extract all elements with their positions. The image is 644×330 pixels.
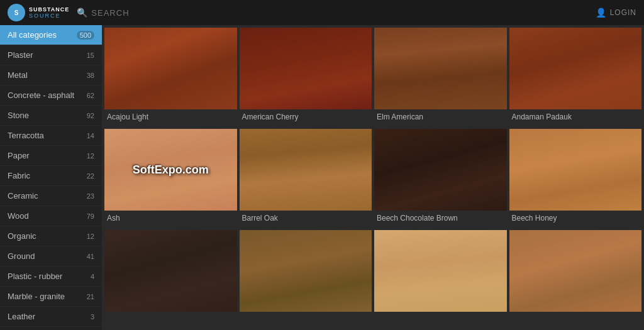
app-header: S SUBSTANCE SOURCE 🔍 👤 LOGIN [0, 0, 644, 25]
sidebar-item-concrete---asphalt[interactable]: Concrete - asphalt62 [0, 85, 102, 106]
sidebar-item-count: 4 [91, 273, 94, 280]
grid-item[interactable] [509, 230, 642, 312]
sidebar-item-count: 3 [91, 313, 94, 321]
grid-item[interactable]: Elm American [374, 28, 507, 126]
sidebar-item-stone[interactable]: Stone92 [0, 106, 102, 126]
sidebar-item-all-categories[interactable]: All categories500 [0, 25, 102, 45]
sidebar-item-fabric[interactable]: Fabric22 [0, 166, 102, 186]
sidebar-item-label: Ceramic [8, 191, 38, 201]
sidebar-item-count: 500 [77, 31, 94, 40]
texture-label: Ash [104, 211, 237, 228]
grid-item[interactable]: American Cherry [240, 28, 372, 126]
search-icon: 🔍 [77, 8, 87, 18]
texture-label: Beech Chocolate Brown [374, 211, 507, 228]
sidebar-item-count: 79 [87, 212, 94, 220]
texture-label: Andaman Padauk [509, 109, 642, 126]
sidebar-item-label: Ground [8, 251, 35, 261]
user-area: 👤 LOGIN [596, 8, 636, 18]
sidebar-item-marble---granite[interactable]: Marble - granite21 [0, 287, 102, 307]
login-button[interactable]: LOGIN [610, 8, 636, 17]
logo-bottom: SOURCE [29, 13, 69, 19]
logo-icon: S [8, 4, 25, 21]
sidebar-item-count: 41 [87, 253, 94, 260]
sidebar-item-count: 92 [87, 112, 94, 119]
sidebar-item-count: 15 [87, 52, 94, 59]
sidebar-item-ceramic[interactable]: Ceramic23 [0, 186, 102, 206]
texture-label: Beech Honey [509, 211, 642, 228]
user-icon: 👤 [596, 8, 606, 18]
sidebar-item-label: Paper [8, 151, 30, 160]
sidebar-item-count: 12 [87, 152, 94, 160]
sidebar-item-label: Stone [8, 111, 29, 120]
sidebar-item-count: 14 [87, 132, 94, 140]
sidebar-item-count: 22 [87, 172, 94, 180]
grid-item[interactable]: Andaman Padauk [509, 28, 642, 126]
sidebar-item-plaster[interactable]: Plaster15 [0, 45, 102, 65]
sidebar-item-metal[interactable]: Metal38 [0, 65, 102, 85]
sidebar: All categories500Plaster15Metal38Concret… [0, 25, 102, 330]
sidebar-item-leather[interactable]: Leather3 [0, 307, 102, 327]
sidebar-item-count: 38 [87, 72, 94, 79]
sidebar-item-label: Metal [8, 70, 28, 80]
search-input[interactable] [91, 8, 217, 18]
sidebar-item-ground[interactable]: Ground41 [0, 246, 102, 267]
sidebar-item-label: Fabric [8, 171, 30, 180]
main-layout: All categories500Plaster15Metal38Concret… [0, 25, 644, 330]
sidebar-item-wood[interactable]: Wood79 [0, 206, 102, 226]
sidebar-item-label: Wood [8, 211, 29, 221]
grid-item[interactable]: Beech Chocolate Brown [374, 129, 507, 228]
logo-top: SUBSTANCE [29, 6, 69, 13]
sidebar-item-count: 21 [87, 293, 94, 300]
grid-item[interactable]: Beech Honey [509, 129, 642, 228]
sidebar-item-terracotta[interactable]: Terracotta14 [0, 126, 102, 146]
grid-item[interactable]: SoftExpo.comAsh [104, 129, 237, 228]
texture-label: Acajou Light [104, 109, 237, 126]
sidebar-item-label: Terracotta [8, 131, 44, 140]
sidebar-item-label: Concrete - asphalt [8, 91, 74, 100]
logo: S SUBSTANCE SOURCE [8, 4, 69, 21]
sidebar-item-count: 62 [87, 92, 94, 99]
sidebar-item-paper[interactable]: Paper12 [0, 146, 102, 166]
texture-grid: Acajou LightAmerican CherryElm AmericanA… [104, 28, 641, 312]
sidebar-item-label: All categories [8, 30, 57, 40]
grid-item[interactable] [374, 230, 507, 312]
grid-item[interactable]: Barrel Oak [240, 129, 372, 228]
search-area: 🔍 [77, 8, 587, 18]
grid-item[interactable] [240, 230, 372, 312]
sidebar-item-label: Plastic - rubber [8, 272, 62, 281]
texture-label: Elm American [374, 109, 507, 126]
sidebar-item-label: Marble - granite [8, 292, 65, 301]
content-area: Acajou LightAmerican CherryElm AmericanA… [102, 25, 644, 330]
texture-label: Barrel Oak [240, 211, 372, 228]
sidebar-item-label: Plaster [8, 50, 33, 60]
sidebar-item-plastic---rubber[interactable]: Plastic - rubber4 [0, 267, 102, 287]
sidebar-item-label: Organic [8, 231, 36, 241]
grid-item[interactable] [104, 230, 237, 312]
logo-text: SUBSTANCE SOURCE [29, 6, 69, 19]
texture-label: American Cherry [240, 109, 372, 126]
sidebar-item-organic[interactable]: Organic12 [0, 226, 102, 246]
grid-item[interactable]: Acajou Light [104, 28, 237, 126]
sidebar-item-label: Leather [8, 312, 35, 321]
sidebar-item-count: 23 [87, 192, 94, 200]
sidebar-item-count: 12 [87, 233, 94, 240]
